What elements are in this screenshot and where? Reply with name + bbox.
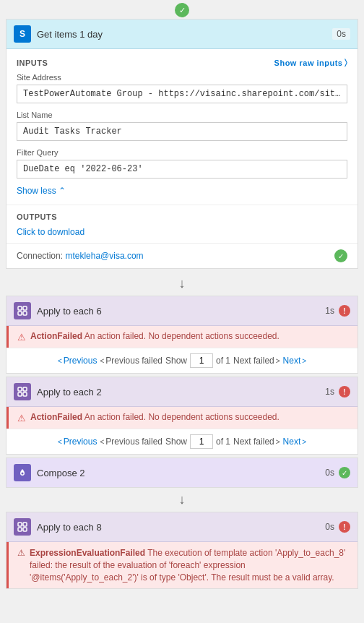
chevron-left-icon-2: < — [58, 438, 62, 446]
apply-each-2-card: Apply to each 2 1s ! ⚠ ActionFailed An a… — [6, 377, 358, 455]
prev-button-2[interactable]: < Previous — [58, 437, 98, 447]
of-label-2: of 1 — [216, 437, 230, 447]
connection-check-icon: ✓ — [334, 249, 347, 262]
apply-each-8-title: Apply to each 8 — [37, 522, 102, 533]
outputs-section: OUTPUTS Click to download — [6, 205, 358, 243]
filter-query-label: Filter Query — [17, 148, 347, 157]
chevron-right-icon-2: > — [302, 438, 306, 446]
svg-point-8 — [22, 473, 24, 475]
main-container: ✓ S Get items 1 day 0s INPUTS Show raw i… — [0, 0, 364, 589]
apply-each-6-title: Apply to each 6 — [37, 306, 102, 317]
apply-each-6-header[interactable]: Apply to each 6 1s ! — [6, 296, 358, 326]
svg-rect-9 — [18, 523, 22, 526]
site-address-group: Site Address TestPowerAutomate Group - h… — [17, 73, 347, 103]
show-less-button[interactable]: Show less ⌃ — [17, 186, 347, 196]
apply-each-2-pagination: < Previous < Previous failed Show of 1 N… — [6, 429, 358, 454]
page-input-2[interactable] — [190, 434, 213, 449]
arrow-connector-1: ↓ — [0, 272, 364, 296]
apply-each-2-title: Apply to each 2 — [37, 387, 102, 398]
connection-row: Connection: mtekleha@visa.com ✓ — [6, 243, 358, 268]
svg-rect-1 — [23, 306, 27, 310]
apply-each-6-duration: 1s — [325, 306, 334, 316]
show-raw-inputs-button[interactable]: Show raw inputs 〉 — [274, 58, 347, 67]
warning-icon-8: ⚠ — [17, 547, 25, 559]
svg-rect-10 — [23, 523, 27, 526]
compose-2-success-badge: ✓ — [339, 467, 350, 478]
apply-each-2-icon — [14, 383, 31, 400]
list-name-label: List Name — [17, 111, 347, 119]
arrow-connector-2: ↓ — [0, 488, 364, 512]
apply-each-2-duration: 1s — [325, 387, 334, 397]
svg-rect-12 — [23, 528, 27, 531]
svg-rect-7 — [23, 392, 27, 396]
compose-2-duration: 0s — [325, 468, 334, 478]
prev-button-6[interactable]: < Previous — [58, 356, 98, 366]
svg-rect-5 — [23, 387, 27, 391]
svg-rect-3 — [23, 312, 27, 315]
next-failed-2[interactable]: Next failed > — [233, 437, 280, 447]
apply-each-2-header[interactable]: Apply to each 2 1s ! — [6, 377, 358, 407]
svg-rect-11 — [18, 528, 22, 531]
apply-each-6-pagination: < Previous < Previous failed Show of 1 N… — [6, 348, 358, 373]
next-button-6[interactable]: Next > — [283, 356, 307, 366]
apply-each-8-icon — [14, 518, 31, 536]
filter-query-group: Filter Query DueDate eq '2022-06-23' — [17, 148, 347, 179]
chevron-left-icon: < — [58, 357, 62, 365]
site-address-label: Site Address — [17, 73, 347, 82]
compose-2-icon — [14, 464, 31, 481]
chevron-left-failed-icon-2: < — [100, 438, 104, 446]
apply-each-8-card: Apply to each 8 0s ! ⚠ ExpressionEvaluat… — [6, 512, 358, 589]
click-to-download-link[interactable]: Click to download — [17, 227, 347, 237]
connection-email: mtekleha@visa.com — [65, 251, 143, 261]
compose-2-card: Compose 2 0s ✓ — [6, 457, 358, 488]
filter-query-value: DueDate eq '2022-06-23' — [17, 160, 347, 179]
apply-each-2-error-badge: ! — [339, 386, 350, 398]
chevron-right-icon: 〉 — [344, 58, 348, 67]
chevron-up-icon: ⌃ — [58, 186, 66, 196]
next-failed-6[interactable]: Next failed > — [233, 356, 280, 366]
show-label-2: Show — [165, 437, 187, 447]
apply-each-6-icon — [14, 302, 31, 319]
apply-each-6-error-badge: ! — [339, 305, 350, 317]
warning-icon-2: ⚠ — [17, 413, 26, 424]
list-name-value: Audit Tasks Tracker — [17, 122, 347, 141]
chevron-right-failed-icon-2: > — [276, 438, 280, 446]
of-label-6: of 1 — [216, 356, 230, 366]
top-success-area: ✓ — [0, 0, 364, 19]
svg-rect-6 — [18, 392, 22, 396]
prev-failed-6[interactable]: < Previous failed — [100, 356, 162, 366]
top-success-badge: ✓ — [175, 3, 189, 17]
compose-2-title: Compose 2 — [37, 468, 84, 478]
apply-each-6-card: Apply to each 6 1s ! ⚠ ActionFailed An a… — [6, 296, 358, 374]
chevron-left-failed-icon: < — [100, 357, 104, 365]
prev-failed-2[interactable]: < Previous failed — [100, 437, 162, 447]
apply-each-8-header[interactable]: Apply to each 8 0s ! — [6, 512, 358, 542]
get-items-card: S Get items 1 day 0s INPUTS Show raw inp… — [6, 19, 358, 269]
next-button-2[interactable]: Next > — [283, 437, 307, 447]
outputs-section-label: OUTPUTS — [17, 212, 347, 221]
get-items-body: INPUTS Show raw inputs 〉 Site Address Te… — [6, 49, 358, 205]
svg-rect-2 — [18, 312, 22, 315]
chevron-right-failed-icon: > — [276, 357, 280, 365]
apply-each-6-error-banner: ⚠ ActionFailed An action failed. No depe… — [6, 326, 358, 348]
get-items-title: Get items 1 day — [37, 29, 103, 40]
apply-each-8-error-badge: ! — [339, 521, 350, 533]
list-name-group: List Name Audit Tasks Tracker — [17, 111, 347, 141]
svg-rect-0 — [18, 306, 22, 310]
apply-each-2-error-banner: ⚠ ActionFailed An action failed. No depe… — [6, 407, 358, 429]
show-label-6: Show — [165, 356, 187, 366]
apply-each-8-error-banner: ⚠ ExpressionEvaluationFailed The executi… — [6, 542, 358, 588]
warning-icon: ⚠ — [17, 332, 26, 343]
site-address-value: TestPowerAutomate Group - https://visain… — [17, 85, 347, 103]
get-items-header: S Get items 1 day 0s — [6, 20, 358, 49]
inputs-section-label: INPUTS Show raw inputs 〉 — [17, 58, 347, 67]
connection-label: Connection: mtekleha@visa.com — [17, 251, 144, 261]
svg-rect-4 — [18, 387, 22, 391]
chevron-right-icon: > — [302, 357, 306, 365]
get-items-icon: S — [14, 25, 31, 43]
compose-2-header[interactable]: Compose 2 0s ✓ — [6, 458, 358, 487]
page-input-6[interactable] — [190, 353, 213, 368]
get-items-duration: 0s — [332, 28, 350, 40]
apply-each-8-duration: 0s — [325, 522, 334, 532]
